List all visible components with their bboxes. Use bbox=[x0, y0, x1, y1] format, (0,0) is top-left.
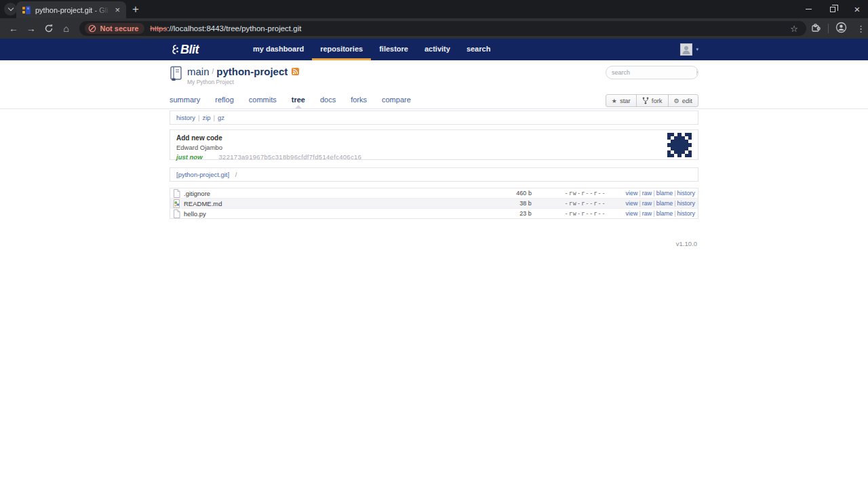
restore-icon bbox=[830, 7, 835, 12]
file-link[interactable]: README.md bbox=[184, 200, 222, 207]
file-icon bbox=[173, 209, 180, 218]
nav-item-filestore[interactable]: filestore bbox=[371, 39, 416, 60]
tab-close-icon[interactable]: × bbox=[113, 5, 122, 14]
file-table: .gitignore 460 b -rw-r--r-- view|raw|bla… bbox=[170, 188, 698, 219]
window-minimize-button[interactable] bbox=[803, 4, 814, 15]
table-row[interactable]: .gitignore 460 b -rw-r--r-- view|raw|bla… bbox=[170, 188, 698, 199]
profile-button[interactable] bbox=[835, 22, 847, 36]
home-button[interactable]: ⌂ bbox=[58, 20, 75, 37]
tab-reflog[interactable]: reflog bbox=[215, 94, 234, 104]
separator: | bbox=[639, 200, 640, 207]
window-close-button[interactable]: × bbox=[852, 4, 863, 15]
blame-link[interactable]: blame bbox=[656, 210, 673, 217]
raw-link[interactable]: raw bbox=[642, 190, 652, 197]
search-input[interactable] bbox=[606, 66, 696, 79]
fork-button[interactable]: fork bbox=[636, 94, 669, 107]
commit-message[interactable]: Add new code bbox=[176, 134, 692, 142]
security-chip[interactable]: Not secure bbox=[85, 23, 144, 34]
blame-link[interactable]: blame bbox=[656, 200, 673, 207]
gear-icon: ⚙ bbox=[674, 98, 679, 104]
nav-item-my-dashboard[interactable]: my dashboard bbox=[245, 39, 312, 60]
raw-link[interactable]: raw bbox=[642, 200, 652, 207]
view-link[interactable]: view bbox=[625, 200, 637, 207]
rss-feed-icon[interactable] bbox=[292, 66, 299, 77]
file-link[interactable]: hello.py bbox=[184, 210, 206, 218]
tab-docs[interactable]: docs bbox=[320, 94, 336, 104]
window-restore-button[interactable] bbox=[827, 4, 838, 15]
latest-commit-box: Add new code Edward Ojambo just now 3221… bbox=[170, 129, 698, 160]
back-button[interactable]: ← bbox=[5, 20, 22, 37]
tab-summary[interactable]: summary bbox=[170, 94, 200, 104]
repo-namespace-link[interactable]: main bbox=[187, 66, 210, 77]
browser-tab[interactable]: python-project.git - Gli × bbox=[16, 1, 126, 18]
repo-tabs-row: summary reflog commits tree docs forks c… bbox=[170, 94, 698, 108]
commit-hash: 322173a91967b5c318b96cfdf7fd514efc406c16 bbox=[219, 153, 362, 161]
star-button[interactable]: ★ star bbox=[606, 94, 637, 107]
chevron-down-icon bbox=[7, 5, 13, 11]
file-mode: -rw-r--r-- bbox=[545, 199, 626, 209]
file-icon bbox=[173, 189, 180, 198]
separator: | bbox=[674, 190, 675, 197]
file-mode: -rw-r--r-- bbox=[545, 188, 626, 199]
table-row[interactable]: README.md 38 b -rw-r--r-- view|raw|blame… bbox=[170, 199, 698, 209]
history-link[interactable]: history bbox=[677, 200, 695, 207]
tab-search-button[interactable] bbox=[4, 3, 17, 16]
star-icon: ★ bbox=[612, 98, 617, 104]
page-content: main / python-project My Python bbox=[0, 60, 868, 488]
nav-item-search[interactable]: search bbox=[458, 39, 498, 60]
tab-tree-label: tree bbox=[292, 96, 305, 104]
view-link[interactable]: view bbox=[625, 210, 637, 217]
tab-forks[interactable]: forks bbox=[351, 94, 367, 104]
tab-commits[interactable]: commits bbox=[249, 94, 277, 104]
gz-link[interactable]: gz bbox=[218, 114, 224, 121]
puzzle-icon bbox=[810, 22, 821, 33]
blame-link[interactable]: blame bbox=[656, 190, 673, 197]
url-rest: ://localhost:8443/tree/python-project.gi… bbox=[167, 24, 301, 33]
file-link[interactable]: .gitignore bbox=[184, 190, 210, 197]
tabs-divider bbox=[0, 108, 868, 109]
browser-window: python-project.git - Gli × + × ← → ⌂ bbox=[0, 0, 868, 488]
file-size: 23 b bbox=[451, 209, 545, 219]
new-tab-button[interactable]: + bbox=[127, 2, 144, 17]
bookmark-star-icon[interactable]: ☆ bbox=[787, 24, 801, 34]
search-submit-button[interactable] bbox=[696, 66, 698, 79]
breadcrumb-separator: / bbox=[235, 171, 237, 178]
reload-button[interactable] bbox=[41, 20, 57, 37]
tab-compare[interactable]: compare bbox=[382, 94, 411, 104]
view-link[interactable]: view bbox=[625, 190, 637, 197]
separator: | bbox=[653, 190, 654, 197]
nav-item-activity[interactable]: activity bbox=[416, 39, 458, 60]
security-label: Not secure bbox=[100, 24, 138, 33]
zip-link[interactable]: zip bbox=[202, 114, 210, 121]
repo-action-buttons: ★ star fork ⚙ edit bbox=[606, 94, 698, 107]
commit-author: Edward Ojambo bbox=[176, 144, 692, 151]
tab-tree[interactable]: tree bbox=[292, 94, 305, 104]
history-link[interactable]: history bbox=[677, 210, 695, 217]
fork-button-label: fork bbox=[652, 97, 663, 104]
active-tab-caret bbox=[295, 105, 302, 108]
forward-button[interactable]: → bbox=[23, 20, 39, 37]
history-link[interactable]: history bbox=[677, 190, 695, 197]
separator: | bbox=[653, 200, 654, 207]
site-search-box bbox=[606, 66, 698, 79]
not-secure-icon bbox=[88, 24, 96, 33]
file-mode: -rw-r--r-- bbox=[545, 209, 626, 219]
caret-down-icon: ▾ bbox=[696, 47, 698, 52]
blit-logo[interactable]: Blit bbox=[170, 43, 199, 57]
browser-menu-button[interactable]: ⋮ bbox=[854, 24, 868, 34]
extensions-button[interactable] bbox=[810, 22, 821, 35]
tab-title: python-project.git - Gli bbox=[35, 6, 113, 14]
table-row[interactable]: hello.py 23 b -rw-r--r-- view|raw|blame|… bbox=[170, 209, 698, 219]
minimize-icon bbox=[806, 9, 812, 9]
breadcrumb-repo-link[interactable]: [python-project.git] bbox=[176, 171, 229, 178]
user-avatar bbox=[680, 43, 692, 56]
user-menu[interactable]: ▾ bbox=[680, 39, 698, 60]
edit-button[interactable]: ⚙ edit bbox=[668, 94, 698, 107]
nav-item-repositories[interactable]: repositories bbox=[312, 39, 371, 60]
logo-text: Blit bbox=[180, 43, 199, 57]
toolbar-divider bbox=[828, 24, 829, 33]
raw-link[interactable]: raw bbox=[642, 210, 652, 217]
history-link[interactable]: history bbox=[176, 114, 195, 121]
profile-icon bbox=[835, 22, 847, 33]
address-bar[interactable]: Not secure https://localhost:8443/tree/p… bbox=[79, 21, 806, 36]
